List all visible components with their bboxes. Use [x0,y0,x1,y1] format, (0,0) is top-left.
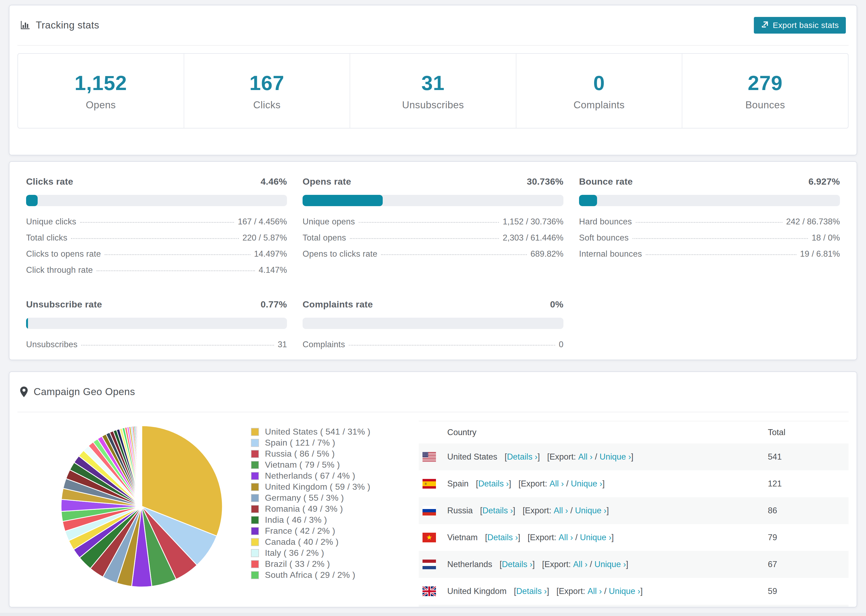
rate-detail-row: Unique opens 1,152 / 30.736% [302,217,564,233]
rate-section-bounce: Bounce rate 6.927% Hard bounces 242 / 86… [579,176,840,281]
rate-detail-row: Hard bounces 242 / 86.738% [579,217,840,233]
stat-value: 167 [249,71,284,94]
legend-item[interactable]: Brazil ( 33 / 2% ) [251,558,402,569]
legend-swatch [251,571,259,579]
legend-item[interactable]: Italy ( 36 / 2% ) [251,547,402,558]
rate-row-value: 31 [278,340,287,349]
rate-row-label: Clicks to opens rate [26,249,101,259]
country-total: 59 [768,586,849,596]
country-name: Vietnam [447,533,478,542]
geo-table-body: United States [Details ›] [Export: All ›… [419,443,849,607]
legend-label: Canada ( 40 / 2% ) [265,537,339,547]
export-all-link[interactable]: All › [573,559,587,569]
legend-item[interactable]: Vietnam ( 79 / 5% ) [251,459,402,470]
dotted-leader [646,254,796,255]
export-label: Export: [525,506,551,515]
legend-item[interactable]: Canada ( 40 / 2% ) [251,536,402,547]
legend-item[interactable]: Netherlands ( 67 / 4% ) [251,470,402,481]
export-unique-link[interactable]: Unique › [609,586,640,596]
details-link[interactable]: Details › [482,506,513,515]
export-unique-link[interactable]: Unique › [580,533,611,542]
legend-label: Vietnam ( 79 / 5% ) [265,460,340,470]
legend-label: Italy ( 36 / 2% ) [265,548,324,558]
country-flag-icon [422,479,436,489]
tracking-stats-card: Tracking stats Export basic stats 1,152 … [9,5,857,156]
stat-label: Complaints [574,99,625,111]
progress-bar [26,195,287,206]
legend-item[interactable]: United Kingdom ( 59 / 3% ) [251,481,402,492]
export-all-link[interactable]: All › [554,506,568,515]
rate-row-value: 18 / 0% [812,233,840,243]
stat-label: Unsubscribes [402,99,464,111]
rate-row-label: Unique clicks [26,217,76,226]
export-unique-link[interactable]: Unique › [594,559,626,569]
rate-detail-row: Unique clicks 167 / 4.456% [26,217,287,233]
stat-cell: 31 Unsubscribes [350,54,516,128]
export-all-link[interactable]: All › [559,533,573,542]
export-all-link[interactable]: All › [578,452,592,462]
rate-detail-row: Total clicks 220 / 5.87% [26,233,287,249]
dotted-leader [96,270,255,271]
legend-swatch [251,560,259,568]
country-column-header: Country [419,427,768,437]
geo-opens-title-wrap: Campaign Geo Opens [20,386,135,398]
legend-item[interactable]: India ( 46 / 3% ) [251,514,402,525]
export-button-label: Export basic stats [773,21,839,30]
legend-item[interactable]: Germany ( 55 / 3% ) [251,492,402,503]
country-name: United States [447,452,497,462]
stat-value: 0 [593,71,605,94]
rate-row-value: 19 / 6.81% [800,249,840,259]
legend-item[interactable]: South Africa ( 29 / 2% ) [251,569,402,580]
legend-item[interactable]: France ( 42 / 2% ) [251,525,402,536]
rate-section-unsubscribe: Unsubscribe rate 0.77% Unsubscribes 31 [26,299,287,356]
export-unique-link[interactable]: Unique › [575,506,606,515]
legend-item[interactable]: Romania ( 49 / 3% ) [251,503,402,514]
tracking-stats-header: Tracking stats Export basic stats [9,5,857,45]
country-total: 121 [768,479,849,489]
rate-title: Clicks rate [26,176,73,187]
dotted-leader [633,238,808,239]
country-flag-icon [422,452,436,462]
geo-table: Country Total United States [Details › [419,421,849,607]
export-icon [761,20,769,30]
export-unique-link[interactable]: Unique › [571,479,602,488]
legend-swatch [251,483,259,491]
rate-row-label: Click through rate [26,265,93,275]
legend-label: France ( 42 / 2% ) [265,526,335,536]
rate-row-label: Hard bounces [579,217,632,226]
export-all-link[interactable]: All › [587,586,602,596]
legend-item[interactable]: Spain ( 121 / 7% ) [251,437,402,448]
rate-value: 4.46% [261,176,287,187]
rate-detail-row: Soft bounces 18 / 0% [579,233,840,249]
legend-item[interactable]: Russia ( 86 / 5% ) [251,448,402,459]
geo-content: United States ( 541 / 31% ) Spain ( 121 … [9,412,857,607]
dotted-leader [350,238,499,239]
legend-swatch [251,439,259,447]
table-row: Spain [Details ›] [Export: All › / Uniqu… [419,470,849,497]
details-link[interactable]: Details › [507,452,538,462]
export-basic-stats-button[interactable]: Export basic stats [754,17,846,34]
stat-value: 279 [748,71,783,94]
stat-cell: 1,152 Opens [18,54,184,128]
table-row: Russia [Details ›] [Export: All › / Uniq… [419,497,849,524]
export-label: Export: [530,533,556,542]
export-label: Export: [521,479,547,488]
rate-row-label: Soft bounces [579,233,629,243]
details-link[interactable]: Details › [516,586,547,596]
export-all-link[interactable]: All › [550,479,564,488]
export-unique-link[interactable]: Unique › [600,452,631,462]
country-flag-icon [422,533,436,542]
rate-section-opens: Opens rate 30.736% Unique opens 1,152 / … [302,176,564,281]
legend-item[interactable]: United States ( 541 / 31% ) [251,426,402,437]
geo-pie-chart [58,423,225,607]
country-name: United Kingdom [447,586,507,596]
rate-value: 0% [550,299,564,310]
stat-cell: 279 Bounces [682,54,848,128]
rate-detail-row: Complaints 0 [302,340,564,356]
details-link[interactable]: Details › [487,533,518,542]
rate-row-label: Total clicks [26,233,67,243]
details-link[interactable]: Details › [502,559,532,569]
legend-swatch [251,549,259,557]
details-link[interactable]: Details › [478,479,509,488]
rate-row-value: 167 / 4.456% [238,217,287,226]
